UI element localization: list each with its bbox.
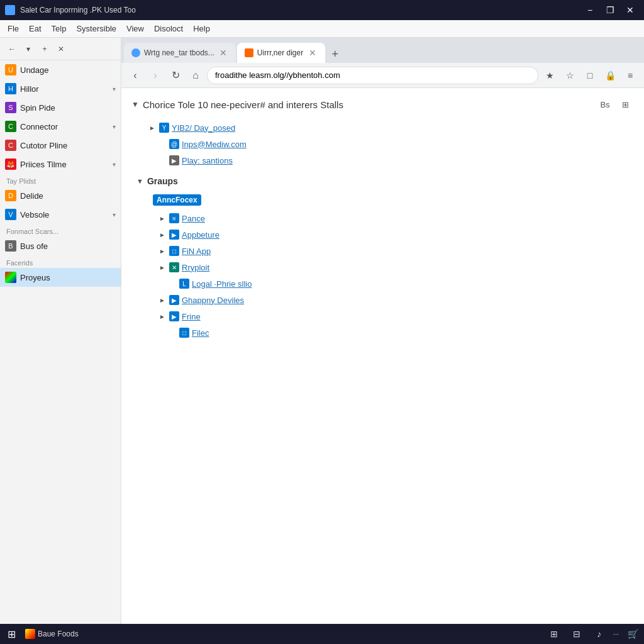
tab-1-close[interactable]: ✕ [218, 47, 228, 59]
taskbar-grid-btn[interactable]: ⊞ [545, 626, 563, 641]
content-actions: Bs ⊞ [596, 96, 634, 113]
tree-item-logal[interactable]: L Logal ·Phrie sllio [131, 275, 634, 292]
content-collapse-arrow[interactable]: ▼ [131, 100, 139, 109]
sidebar-item-busofe[interactable]: B Bus ofe [0, 236, 121, 255]
tree-item-inps[interactable]: @ Inps@Mediw.com [131, 136, 634, 152]
tree-item-yib2[interactable]: ► Y YIB2/ Day_posed [131, 119, 634, 136]
sidebar-item-cutotorpline[interactable]: C Cutotor Pline [0, 136, 121, 155]
restore-button[interactable]: ❐ [601, 3, 619, 17]
address-bar[interactable] [207, 67, 538, 84]
bookmark-button[interactable]: ☆ [561, 67, 579, 84]
menu-button[interactable]: ≡ [621, 67, 639, 84]
taskbar-sound-btn[interactable]: ♪ [591, 626, 608, 641]
appbeture-icon: ▶ [169, 230, 179, 240]
extensions-button[interactable]: □ [581, 67, 599, 84]
yib2-arrow-icon: ► [149, 125, 157, 131]
menu-view[interactable]: View [121, 21, 149, 36]
appbeture-arrow-icon: ► [159, 231, 167, 238]
content-title: Chorice Tole 10 nee-peciver# and interer… [143, 99, 343, 110]
tree-label-logal: Logal ·Phrie sllio [192, 279, 252, 289]
tree-item-appbeture[interactable]: ► ▶ Appbeture [131, 226, 634, 243]
taskbar-app-icon [25, 629, 35, 639]
tab-2-close[interactable]: ✕ [308, 47, 318, 59]
sidebar-label-busofe: Bus ofe [20, 242, 116, 251]
browser-content: ▼ Chorice Tole 10 nee-peciver# and inter… [121, 88, 644, 624]
sidebar-label-spinpide: Spin Pide [20, 103, 116, 113]
close-button[interactable]: ✕ [621, 3, 639, 17]
sidebar-item-spinpide[interactable]: S Spin Pide [0, 98, 121, 117]
menu-eat[interactable]: Eat [24, 21, 47, 36]
bookmark-star-button[interactable]: ★ [541, 67, 558, 84]
vebsole-arrow: ▾ [113, 211, 116, 218]
tab-2[interactable]: Uirrr,ner diger ✕ [237, 43, 325, 63]
sidebar-item-vebsole[interactable]: V Vebsole ▾ [0, 205, 121, 224]
tree-item-frine[interactable]: ► ▶ Frine [131, 308, 634, 325]
section-graups-header[interactable]: ▼ Graups [131, 172, 634, 190]
refresh-button[interactable]: ↻ [167, 67, 184, 84]
group-anncfocex[interactable]: AnncFocex [131, 190, 634, 210]
sidebar-item-connector[interactable]: C Connector ▾ [0, 117, 121, 136]
sidebar-toolbar: ← ▾ + ✕ [0, 38, 121, 60]
finapp-icon: □ [169, 246, 179, 256]
tree-label-appbeture: Appbeture [182, 230, 219, 240]
menu-fle[interactable]: Fle [3, 21, 24, 36]
taskbar-dots: ··· [613, 630, 619, 638]
sidebar-item-undage[interactable]: U Undage [0, 60, 121, 79]
tree-label-frine: Frine [182, 312, 201, 321]
app-body: ← ▾ + ✕ U Undage H Hillor ▾ S Spin Pide … [0, 38, 644, 624]
anncfocex-badge: AnncFocex [153, 194, 201, 206]
content-header: ▼ Chorice Tole 10 nee-peciver# and inter… [131, 96, 634, 113]
sidebar-dropdown-btn[interactable]: ▾ [21, 42, 35, 56]
taskbar-start-button[interactable]: ⊞ [3, 626, 20, 641]
home-button[interactable]: ⌂ [187, 67, 204, 84]
frine-icon: ▶ [169, 311, 179, 321]
taskbar-app-label: Baue Foods [38, 630, 79, 638]
sidebar-item-delide[interactable]: D Delide [0, 186, 121, 205]
tree-label-yib2: YIB2/ Day_posed [172, 123, 235, 133]
sidebar-item-priicestilme[interactable]: 🦊 Priices Tilme ▾ [0, 155, 121, 174]
taskbar-app-item[interactable]: Baue Foods [20, 626, 84, 641]
menu-systersible[interactable]: Systersible [71, 21, 121, 36]
tree-label-inps: Inps@Mediw.com [182, 140, 247, 149]
tree-item-finapp[interactable]: ► □ FiN App [131, 243, 634, 259]
title-bar-controls: − ❐ ✕ [581, 3, 639, 17]
forward-button[interactable]: › [147, 67, 164, 84]
sidebar-item-proyeus[interactable]: Proyeus [0, 268, 121, 287]
tree-item-ghappny[interactable]: ► ▶ Ghappny Deviles [131, 292, 634, 308]
sidebar-label-proyeus: Proyeus [20, 273, 116, 282]
spinpide-icon: S [5, 102, 16, 113]
new-tab-button[interactable]: + [326, 45, 344, 63]
taskbar-cart-btn[interactable]: 🛒 [624, 626, 641, 641]
browser-area: Wrtg nee_tar tbods... ✕ Uirrr,ner diger … [121, 38, 644, 624]
sidebar-close-btn[interactable]: ✕ [54, 42, 68, 56]
content-action-bs[interactable]: Bs [596, 96, 614, 113]
menu-telp[interactable]: Telp [47, 21, 72, 36]
tree-item-filec[interactable]: □ Filec [131, 325, 634, 341]
back-button[interactable]: ‹ [126, 67, 144, 84]
tree-label-pance: Pance [182, 214, 205, 223]
connector-arrow: ▾ [113, 123, 116, 130]
title-bar: Salet Car Inporrning .PK Used Too − ❐ ✕ [0, 0, 644, 20]
play-icon: ▶ [169, 155, 179, 165]
security-button[interactable]: 🔒 [601, 67, 619, 84]
menu-help[interactable]: Help [188, 21, 215, 36]
menu-disoloct[interactable]: Disoloct [149, 21, 188, 36]
sidebar: ← ▾ + ✕ U Undage H Hillor ▾ S Spin Pide … [0, 38, 121, 624]
connector-icon: C [5, 121, 16, 132]
minimize-button[interactable]: − [581, 3, 599, 17]
sidebar-add-btn[interactable]: + [38, 42, 52, 56]
section-graups-label: Graups [147, 176, 178, 186]
sidebar-back-btn[interactable]: ← [5, 42, 19, 56]
tree-item-pance[interactable]: ► ≡ Pance [131, 210, 634, 226]
tree-item-rryploit[interactable]: ► ✕ Rryploit [131, 259, 634, 275]
tab-1[interactable]: Wrtg nee_tar tbods... ✕ [124, 43, 236, 63]
taskbar-dash-btn[interactable]: ⊟ [568, 626, 586, 641]
tab-2-icon [245, 48, 253, 57]
sidebar-label-delide: Delide [20, 191, 116, 201]
menu-bar: Fle Eat Telp Systersible View Disoloct H… [0, 20, 644, 38]
ghappny-icon: ▶ [169, 295, 179, 305]
content-action-grid[interactable]: ⊞ [616, 96, 634, 113]
tree-item-play[interactable]: ▶ Play: santions [131, 152, 634, 169]
sidebar-item-hillor[interactable]: H Hillor ▾ [0, 79, 121, 98]
proyeus-icon [5, 272, 16, 283]
